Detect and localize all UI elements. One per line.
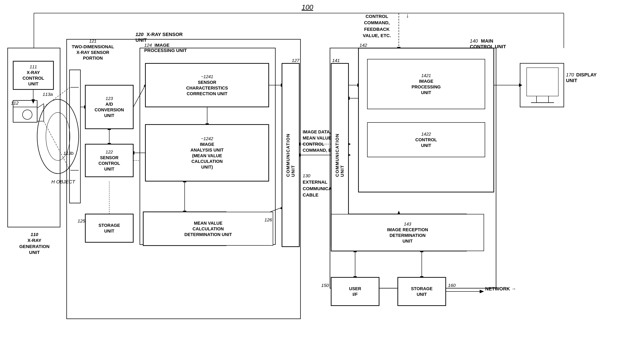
user-if-ref: 150 bbox=[321, 283, 329, 288]
svg-marker-73 bbox=[519, 83, 522, 87]
image-proc-unit-label: 124 IMAGEPROCESSING UNIT bbox=[144, 42, 187, 53]
storage-unit-2-ref: 160 bbox=[448, 283, 456, 288]
svg-marker-36 bbox=[32, 99, 35, 104]
diagram: 100 110 X-RAYGENERATIONUNIT 111 X-RAY CO… bbox=[0, 0, 644, 350]
network-label: NETWORK → bbox=[485, 286, 516, 292]
sensor-char-corr-box: ~1241 SENSORCHARACTERISTICSCORRECTION UN… bbox=[145, 63, 269, 107]
beam-a-label: 113a bbox=[42, 92, 53, 97]
img-proc-main-ref: 142 bbox=[360, 42, 367, 48]
sensor-ctrl-box: 122 SENSORCONTROLUNIT bbox=[85, 144, 133, 177]
svg-line-31 bbox=[44, 87, 70, 107]
svg-line-32 bbox=[44, 121, 70, 170]
beam-b-label: 113b bbox=[63, 151, 74, 156]
svg-point-28 bbox=[37, 99, 79, 174]
storage-unit-xray: STORAGEUNIT bbox=[85, 214, 133, 242]
ctrl-cmd-label: CONTROLCOMMAND,FEEDBACKVALUE, ETC. bbox=[363, 13, 391, 39]
svg-point-26 bbox=[22, 110, 32, 119]
xray-sensor-unit-label: 120 X-RAY SENSORUNIT bbox=[136, 32, 183, 43]
camera-ref: 112 bbox=[11, 100, 18, 106]
mean-val-calc-box: MEAN VALUECALCULATIONDETERMINATION UNIT bbox=[143, 212, 273, 246]
storage-unit-2-box: STORAGEUNIT bbox=[398, 277, 446, 306]
mean-val-ref: 126 bbox=[264, 217, 272, 223]
ctrl-inner-box: 1422 CONTROLUNIT bbox=[367, 122, 485, 157]
xray-ctrl-ref: 111 bbox=[22, 64, 44, 70]
xray-gen-unit-label: 110 X-RAYGENERATIONUNIT bbox=[6, 231, 63, 255]
storage-unit-xray-ref: 125 bbox=[78, 218, 85, 224]
svg-rect-21 bbox=[527, 68, 558, 96]
user-if-box: USERI/F bbox=[331, 277, 379, 306]
ad-conversion-box: 123 A/DCONVERSIONUNIT bbox=[85, 85, 133, 129]
system-title: 100 bbox=[302, 3, 313, 11]
xray-ctrl-unit-box: 111 X-RAY CONTROL UNIT bbox=[13, 61, 54, 89]
svg-line-42 bbox=[133, 85, 145, 107]
img-recep-box: 143 IMAGE RECEPTIONDETERMINATIONUNIT bbox=[331, 214, 484, 251]
object-label: H OBJECT bbox=[51, 179, 75, 185]
two-dim-sensor-label: 121 TWO-DIMENSIONALX-RAY SENSORPORTION bbox=[71, 38, 115, 61]
comm-unit-xray-ref: 127 bbox=[292, 58, 300, 63]
display-unit-label: 170 DISPLAYUNIT bbox=[566, 72, 596, 83]
image-analysis-box: ~1242 IMAGEANALYSIS UNIT(MEAN VALUECALCU… bbox=[145, 124, 269, 181]
img-proc-inner-box: 1421 IMAGEPROCESSINGUNIT bbox=[367, 59, 485, 109]
svg-marker-27 bbox=[37, 104, 44, 121]
svg-marker-25 bbox=[13, 107, 37, 122]
svg-rect-20 bbox=[520, 63, 564, 107]
comm-unit-xray: COMMUNICATIONUNIT bbox=[282, 63, 300, 247]
svg-marker-84 bbox=[480, 290, 484, 293]
comm-unit-main-ref: 141 bbox=[332, 58, 340, 63]
ctrl-cmd-arrow-down: ↓ bbox=[406, 12, 409, 19]
